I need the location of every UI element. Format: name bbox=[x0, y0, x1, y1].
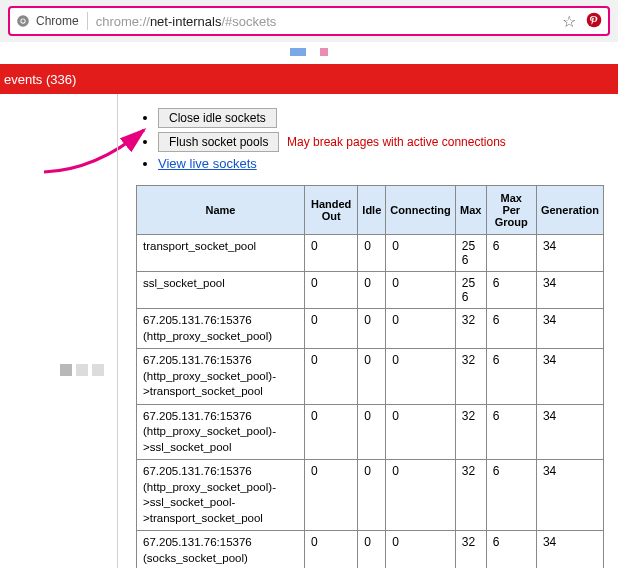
action-item: Flush socket pools May break pages with … bbox=[158, 132, 608, 152]
bookmark-star-icon[interactable]: ☆ bbox=[562, 12, 576, 31]
cell-connecting: 0 bbox=[386, 309, 456, 349]
cell-connecting: 0 bbox=[386, 460, 456, 531]
close-idle-sockets-button[interactable]: Close idle sockets bbox=[158, 108, 277, 128]
svg-point-2 bbox=[21, 19, 25, 23]
cell-connecting: 0 bbox=[386, 235, 456, 272]
cell-mpg: 6 bbox=[486, 235, 536, 272]
cell-name: 67.205.131.76:15376 (http_proxy_socket_p… bbox=[137, 309, 305, 349]
col-idle: Idle bbox=[358, 186, 386, 235]
cell-gen: 34 bbox=[536, 404, 603, 460]
flush-socket-pools-button[interactable]: Flush socket pools bbox=[158, 132, 279, 152]
tab-stub-blue bbox=[290, 48, 306, 56]
cell-handed: 0 bbox=[305, 531, 358, 568]
table-row: ssl_socket_pool000256634 bbox=[137, 272, 604, 309]
cell-mpg: 6 bbox=[486, 309, 536, 349]
cell-max: 32 bbox=[455, 460, 486, 531]
cell-name: transport_socket_pool bbox=[137, 235, 305, 272]
cell-handed: 0 bbox=[305, 309, 358, 349]
main-panel: Close idle sockets Flush socket pools Ma… bbox=[118, 94, 618, 568]
cell-connecting: 0 bbox=[386, 404, 456, 460]
sidebar bbox=[0, 94, 118, 568]
cell-gen: 34 bbox=[536, 349, 603, 405]
events-label: events (336) bbox=[0, 72, 86, 87]
col-connecting: Connecting bbox=[386, 186, 456, 235]
cell-connecting: 0 bbox=[386, 349, 456, 405]
col-max: Max bbox=[455, 186, 486, 235]
table-row: 67.205.131.76:15376 (http_proxy_socket_p… bbox=[137, 460, 604, 531]
site-chip[interactable]: Chrome bbox=[16, 14, 79, 28]
table-row: 67.205.131.76:15376 (socks_socket_pool)0… bbox=[137, 531, 604, 568]
cell-idle: 0 bbox=[358, 309, 386, 349]
cell-gen: 34 bbox=[536, 272, 603, 309]
cell-mpg: 6 bbox=[486, 531, 536, 568]
action-item: Close idle sockets bbox=[158, 108, 608, 128]
cell-idle: 0 bbox=[358, 531, 386, 568]
url-scheme: chrome:// bbox=[96, 14, 150, 29]
site-chip-label: Chrome bbox=[36, 14, 79, 28]
cell-handed: 0 bbox=[305, 460, 358, 531]
table-header-row: Name Handed Out Idle Connecting Max Max … bbox=[137, 186, 604, 235]
divider bbox=[87, 12, 88, 30]
cell-max: 32 bbox=[455, 309, 486, 349]
cell-connecting: 0 bbox=[386, 272, 456, 309]
cell-gen: 34 bbox=[536, 309, 603, 349]
decorative-blocks bbox=[60, 364, 104, 376]
cell-max: 32 bbox=[455, 531, 486, 568]
cell-mpg: 6 bbox=[486, 460, 536, 531]
address-bar[interactable]: Chrome chrome://net-internals/#sockets ☆ bbox=[8, 6, 610, 36]
cell-max: 32 bbox=[455, 404, 486, 460]
cell-name: ssl_socket_pool bbox=[137, 272, 305, 309]
address-bar-actions: ☆ bbox=[562, 12, 602, 31]
cell-name: 67.205.131.76:15376 (socks_socket_pool) bbox=[137, 531, 305, 568]
cell-idle: 0 bbox=[358, 349, 386, 405]
tab-stub-pink bbox=[320, 48, 328, 56]
col-name: Name bbox=[137, 186, 305, 235]
col-handed-out: Handed Out bbox=[305, 186, 358, 235]
cell-gen: 34 bbox=[536, 235, 603, 272]
cell-handed: 0 bbox=[305, 235, 358, 272]
cell-gen: 34 bbox=[536, 531, 603, 568]
socket-pool-table: Name Handed Out Idle Connecting Max Max … bbox=[136, 185, 604, 568]
cell-name: 67.205.131.76:15376 (http_proxy_socket_p… bbox=[137, 349, 305, 405]
cell-idle: 0 bbox=[358, 404, 386, 460]
cell-mpg: 6 bbox=[486, 349, 536, 405]
col-generation: Generation bbox=[536, 186, 603, 235]
cell-max: 256 bbox=[455, 235, 486, 272]
tab-strip-stub bbox=[0, 42, 618, 64]
events-banner[interactable]: events (336) bbox=[0, 64, 618, 94]
cell-handed: 0 bbox=[305, 404, 358, 460]
address-bar-container: Chrome chrome://net-internals/#sockets ☆ bbox=[0, 0, 618, 42]
url-display[interactable]: chrome://net-internals/#sockets bbox=[96, 14, 554, 29]
svg-point-3 bbox=[587, 12, 602, 27]
action-item: View live sockets bbox=[158, 156, 608, 171]
cell-handed: 0 bbox=[305, 272, 358, 309]
cell-idle: 0 bbox=[358, 460, 386, 531]
cell-mpg: 6 bbox=[486, 272, 536, 309]
socket-actions-list: Close idle sockets Flush socket pools Ma… bbox=[136, 108, 608, 171]
cell-idle: 0 bbox=[358, 235, 386, 272]
url-host: net-internals bbox=[150, 14, 222, 29]
cell-gen: 34 bbox=[536, 460, 603, 531]
cell-connecting: 0 bbox=[386, 531, 456, 568]
cell-max: 256 bbox=[455, 272, 486, 309]
cell-name: 67.205.131.76:15376 (http_proxy_socket_p… bbox=[137, 460, 305, 531]
pinterest-icon[interactable] bbox=[586, 12, 602, 31]
col-max-per-group: Max Per Group bbox=[486, 186, 536, 235]
table-row: transport_socket_pool000256634 bbox=[137, 235, 604, 272]
table-row: 67.205.131.76:15376 (http_proxy_socket_p… bbox=[137, 349, 604, 405]
cell-name: 67.205.131.76:15376 (http_proxy_socket_p… bbox=[137, 404, 305, 460]
cell-idle: 0 bbox=[358, 272, 386, 309]
view-live-sockets-link[interactable]: View live sockets bbox=[158, 156, 257, 171]
cell-mpg: 6 bbox=[486, 404, 536, 460]
cell-handed: 0 bbox=[305, 349, 358, 405]
table-body: transport_socket_pool000256634ssl_socket… bbox=[137, 235, 604, 569]
table-row: 67.205.131.76:15376 (http_proxy_socket_p… bbox=[137, 404, 604, 460]
chrome-icon bbox=[16, 14, 30, 28]
table-row: 67.205.131.76:15376 (http_proxy_socket_p… bbox=[137, 309, 604, 349]
cell-max: 32 bbox=[455, 349, 486, 405]
flush-warning: May break pages with active connections bbox=[287, 135, 506, 149]
url-path: /#sockets bbox=[221, 14, 276, 29]
